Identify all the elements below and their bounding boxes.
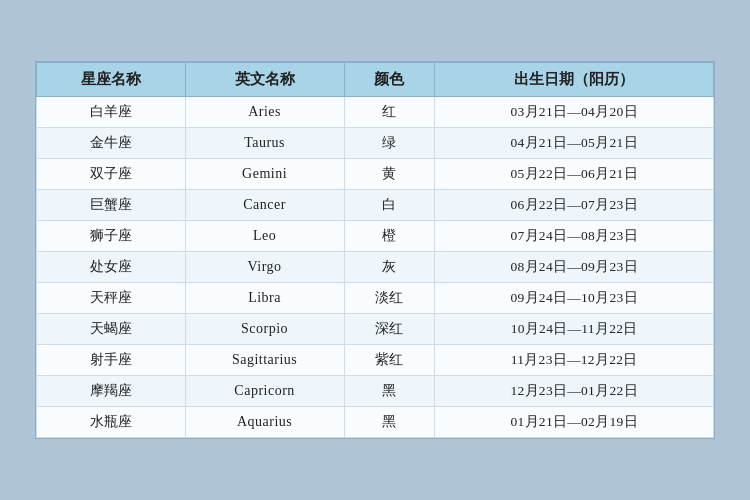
cell-date: 12月23日—01月22日 (435, 376, 714, 407)
cell-color: 绿 (344, 128, 435, 159)
table-row: 天蝎座Scorpio深红10月24日—11月22日 (37, 314, 714, 345)
cell-english: Scorpio (185, 314, 344, 345)
cell-english: Aries (185, 97, 344, 128)
cell-color: 黑 (344, 407, 435, 438)
cell-english: Gemini (185, 159, 344, 190)
cell-date: 07月24日—08月23日 (435, 221, 714, 252)
cell-date: 06月22日—07月23日 (435, 190, 714, 221)
cell-chinese: 金牛座 (37, 128, 186, 159)
header-english: 英文名称 (185, 63, 344, 97)
cell-date: 05月22日—06月21日 (435, 159, 714, 190)
cell-date: 11月23日—12月22日 (435, 345, 714, 376)
cell-chinese: 摩羯座 (37, 376, 186, 407)
zodiac-table-container: 星座名称 英文名称 颜色 出生日期（阳历） 白羊座Aries红03月21日—04… (35, 61, 715, 439)
table-row: 巨蟹座Cancer白06月22日—07月23日 (37, 190, 714, 221)
cell-color: 橙 (344, 221, 435, 252)
cell-chinese: 水瓶座 (37, 407, 186, 438)
cell-chinese: 天蝎座 (37, 314, 186, 345)
cell-english: Sagittarius (185, 345, 344, 376)
zodiac-table: 星座名称 英文名称 颜色 出生日期（阳历） 白羊座Aries红03月21日—04… (36, 62, 714, 438)
cell-color: 黑 (344, 376, 435, 407)
table-row: 天秤座Libra淡红09月24日—10月23日 (37, 283, 714, 314)
table-row: 水瓶座Aquarius黑01月21日—02月19日 (37, 407, 714, 438)
cell-color: 白 (344, 190, 435, 221)
cell-date: 08月24日—09月23日 (435, 252, 714, 283)
table-row: 狮子座Leo橙07月24日—08月23日 (37, 221, 714, 252)
cell-chinese: 巨蟹座 (37, 190, 186, 221)
cell-color: 灰 (344, 252, 435, 283)
table-row: 处女座Virgo灰08月24日—09月23日 (37, 252, 714, 283)
cell-english: Cancer (185, 190, 344, 221)
header-date: 出生日期（阳历） (435, 63, 714, 97)
cell-english: Taurus (185, 128, 344, 159)
cell-date: 10月24日—11月22日 (435, 314, 714, 345)
cell-chinese: 射手座 (37, 345, 186, 376)
cell-english: Leo (185, 221, 344, 252)
cell-chinese: 处女座 (37, 252, 186, 283)
cell-chinese: 狮子座 (37, 221, 186, 252)
table-row: 双子座Gemini黄05月22日—06月21日 (37, 159, 714, 190)
cell-color: 淡红 (344, 283, 435, 314)
table-header-row: 星座名称 英文名称 颜色 出生日期（阳历） (37, 63, 714, 97)
cell-color: 红 (344, 97, 435, 128)
cell-chinese: 双子座 (37, 159, 186, 190)
cell-color: 紫红 (344, 345, 435, 376)
table-row: 射手座Sagittarius紫红11月23日—12月22日 (37, 345, 714, 376)
cell-color: 深红 (344, 314, 435, 345)
header-chinese: 星座名称 (37, 63, 186, 97)
cell-english: Capricorn (185, 376, 344, 407)
header-color: 颜色 (344, 63, 435, 97)
cell-english: Aquarius (185, 407, 344, 438)
cell-date: 04月21日—05月21日 (435, 128, 714, 159)
cell-color: 黄 (344, 159, 435, 190)
table-row: 金牛座Taurus绿04月21日—05月21日 (37, 128, 714, 159)
cell-chinese: 白羊座 (37, 97, 186, 128)
table-row: 白羊座Aries红03月21日—04月20日 (37, 97, 714, 128)
cell-chinese: 天秤座 (37, 283, 186, 314)
cell-date: 01月21日—02月19日 (435, 407, 714, 438)
cell-english: Virgo (185, 252, 344, 283)
cell-date: 09月24日—10月23日 (435, 283, 714, 314)
cell-english: Libra (185, 283, 344, 314)
cell-date: 03月21日—04月20日 (435, 97, 714, 128)
table-row: 摩羯座Capricorn黑12月23日—01月22日 (37, 376, 714, 407)
